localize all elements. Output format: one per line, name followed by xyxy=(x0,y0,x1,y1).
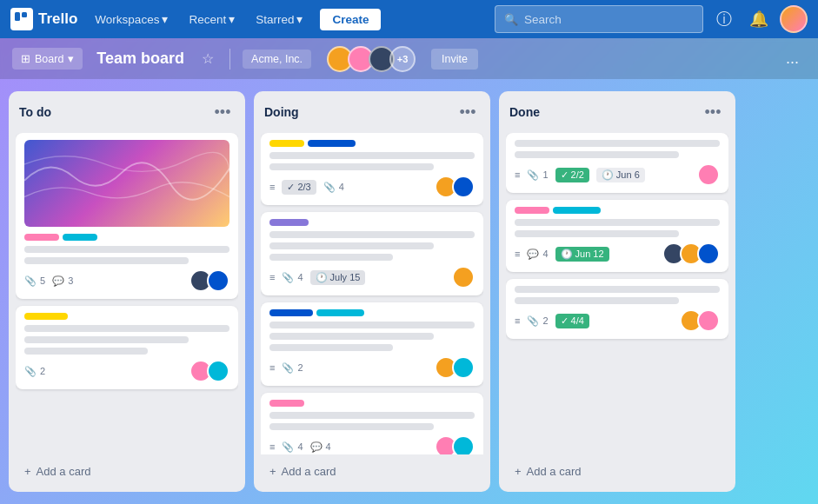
label-yellow xyxy=(269,140,304,147)
card-member-avatar[interactable] xyxy=(452,266,475,288)
attachment-icon: 📎 xyxy=(527,315,539,327)
column-menu-doing[interactable]: ••• xyxy=(456,100,480,124)
card-comment-meta: 💬 4 xyxy=(310,441,331,453)
column-menu-todo[interactable]: ••• xyxy=(210,100,235,124)
attachment-icon: 📎 xyxy=(282,441,294,453)
card-line xyxy=(269,231,475,238)
card-avatars xyxy=(662,242,720,265)
column-header-todo: To do ••• xyxy=(16,100,238,124)
star-button[interactable]: ☆ xyxy=(198,47,217,70)
search-bar[interactable]: 🔍 Search xyxy=(495,5,703,33)
card-member-avatar[interactable] xyxy=(452,176,475,198)
more-options-button[interactable]: ... xyxy=(779,46,806,71)
card-line xyxy=(24,348,148,355)
card-content xyxy=(515,140,720,158)
column-todo: To do ••• xyxy=(9,91,245,492)
clock-icon: 🕐 xyxy=(602,169,614,181)
label-cyan xyxy=(316,309,364,316)
card-member-avatar[interactable] xyxy=(207,360,229,382)
card-line xyxy=(269,254,393,261)
logo[interactable]: Trello xyxy=(10,8,77,30)
notifications-button[interactable]: 🔔 xyxy=(745,5,773,33)
card-avatars xyxy=(435,176,475,198)
card-avatars xyxy=(680,309,720,332)
chevron-down-icon: ▾ xyxy=(162,12,168,26)
card-attachment-meta: 📎 2 xyxy=(282,362,303,374)
date-badge: 🕐 July 15 xyxy=(310,270,366,285)
add-card-button-doing[interactable]: + Add a card xyxy=(261,458,483,485)
card-member-avatar[interactable] xyxy=(697,309,720,332)
board-menu-button[interactable]: ⊞ Board ▾ xyxy=(12,48,83,70)
card-line xyxy=(515,297,679,304)
add-card-button-done[interactable]: + Add a card xyxy=(506,458,728,485)
column-title-todo: To do xyxy=(19,105,51,119)
checklist-badge-green: ✓ 2/2 xyxy=(555,168,589,182)
plus-icon: + xyxy=(269,465,276,478)
card-line xyxy=(269,333,434,340)
card-content xyxy=(269,412,475,430)
card[interactable]: ≡ 📎 2 ✓ 4/4 xyxy=(506,279,728,339)
card[interactable]: ≡ 📎 4 🕐 July 15 xyxy=(261,212,483,295)
card-member-avatar[interactable] xyxy=(452,356,475,379)
recent-menu[interactable]: Recent ▾ xyxy=(182,9,242,30)
card-avatars xyxy=(435,435,475,454)
workspace-tag[interactable]: Acme, Inc. xyxy=(243,50,311,69)
card[interactable]: ≡ 📎 4 💬 4 xyxy=(261,393,483,454)
chevron-down-icon: ▾ xyxy=(68,52,74,65)
label-yellow xyxy=(24,313,68,320)
card[interactable]: ≡ 📎 1 ✓ 2/2 🕐 Jun 6 xyxy=(506,133,728,193)
card-line xyxy=(515,151,679,158)
workspaces-menu[interactable]: Workspaces ▾ xyxy=(88,9,175,30)
card[interactable]: ≡ ✓ 2/3 📎 4 xyxy=(261,133,483,205)
starred-menu[interactable]: Starred ▾ xyxy=(249,9,309,30)
card-member-avatar[interactable] xyxy=(697,242,720,265)
info-button[interactable]: ⓘ xyxy=(710,5,738,33)
card[interactable]: ≡ 📎 2 xyxy=(261,302,483,386)
card-attachment-meta: 📎 1 xyxy=(527,169,548,181)
card-avatars xyxy=(435,356,475,379)
column-title-done: Done xyxy=(509,105,540,119)
create-button[interactable]: Create xyxy=(320,9,381,30)
card[interactable]: ≡ 💬 4 🕐 Jun 12 xyxy=(506,200,728,272)
comment-icon: 💬 xyxy=(527,249,539,260)
card-member-avatar[interactable] xyxy=(452,435,475,454)
board-content: To do ••• xyxy=(0,79,818,504)
date-badge-green: 🕐 Jun 12 xyxy=(555,247,609,262)
card-line xyxy=(515,140,720,147)
checklist-icon: ✓ xyxy=(561,315,569,327)
card-member-avatar[interactable] xyxy=(207,269,229,292)
card-attachment-meta: 📎 2 xyxy=(527,315,548,327)
user-avatar[interactable] xyxy=(780,5,808,33)
cards-todo: 📎 5 💬 3 xyxy=(16,133,238,454)
clock-icon: 🕐 xyxy=(316,272,328,283)
add-card-button-todo[interactable]: + Add a card xyxy=(16,458,238,485)
card-footer: 📎 2 xyxy=(24,360,229,382)
plus-icon: + xyxy=(24,465,31,478)
divider xyxy=(229,49,230,70)
column-title-doing: Doing xyxy=(264,105,299,119)
label-pink xyxy=(24,234,59,241)
card[interactable]: 📎 5 💬 3 xyxy=(16,133,238,299)
card-content xyxy=(515,219,720,237)
checklist-icon: ✓ xyxy=(287,182,295,193)
card-member-avatar[interactable] xyxy=(697,163,720,186)
card-footer: ≡ 📎 1 ✓ 2/2 🕐 Jun 6 xyxy=(515,163,720,186)
card-list-meta: ≡ xyxy=(269,272,275,282)
card[interactable]: 📎 2 xyxy=(16,306,238,389)
card-attachment-meta: 📎 4 xyxy=(282,272,303,283)
card-footer: ≡ 📎 2 xyxy=(269,356,475,379)
card-labels xyxy=(269,400,475,407)
card-line xyxy=(269,322,475,328)
member-count[interactable]: +3 xyxy=(389,46,416,72)
card-line xyxy=(269,344,393,351)
invite-button[interactable]: Invite xyxy=(431,49,478,70)
card-footer: ≡ 📎 4 💬 4 xyxy=(269,435,475,454)
card-line xyxy=(269,412,475,419)
board-icon: ⊞ xyxy=(21,52,30,65)
card-labels xyxy=(269,219,475,226)
card-content xyxy=(24,246,229,264)
card-cover xyxy=(24,140,229,227)
chevron-down-icon: ▾ xyxy=(296,12,303,26)
column-menu-done[interactable]: ••• xyxy=(701,100,725,124)
attachment-icon: 📎 xyxy=(24,275,37,287)
